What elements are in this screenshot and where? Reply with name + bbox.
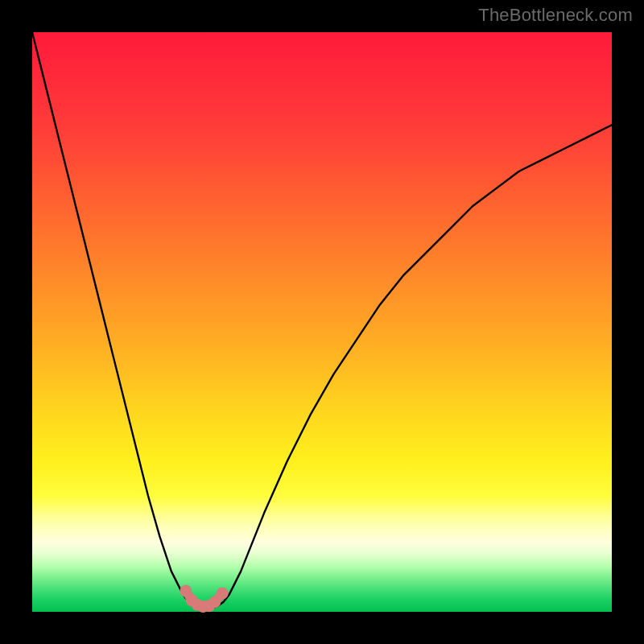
chart-frame: TheBottleneck.com <box>0 0 644 644</box>
highlight-dot <box>217 587 229 599</box>
plot-area <box>32 32 612 612</box>
bottleneck-curve <box>32 32 612 609</box>
bottom-highlight-dots <box>180 585 228 613</box>
watermark-text: TheBottleneck.com <box>478 5 633 26</box>
chart-svg <box>32 32 612 612</box>
